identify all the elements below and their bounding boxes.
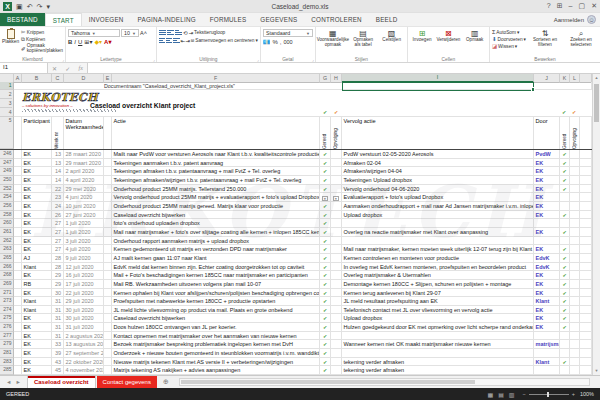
cell-week[interactable]: 31 — [52, 323, 64, 332]
row-number[interactable]: 283 — [0, 358, 14, 367]
cell-participant[interactable]: Klant — [22, 263, 52, 272]
cell-opvolging-check[interactable] — [331, 314, 342, 323]
cell-a[interactable] — [14, 340, 22, 349]
decimal-buttons[interactable]: 000 — [283, 39, 292, 45]
cell-participant[interactable]: EK — [22, 202, 52, 211]
tab-beeld[interactable]: BEELD — [369, 13, 405, 26]
cell-a[interactable] — [14, 306, 22, 315]
normal-view-icon[interactable]: ▦ — [487, 391, 493, 398]
cell-opvolging-check[interactable] — [331, 185, 342, 194]
cell-datum[interactable]: 3 juli 2020 — [64, 237, 104, 246]
touch-mode-icon[interactable]: ▾ — [46, 2, 50, 11]
cell-a[interactable] — [14, 159, 22, 168]
delete-cells-button[interactable]: ⊠ Verwijderen — [436, 28, 460, 54]
row-number[interactable]: 249 — [0, 167, 14, 176]
dropdown-icon[interactable]: ▾ — [333, 196, 339, 202]
cell-gereed-check[interactable]: ✔ — [320, 358, 331, 367]
cell-gereed2-check[interactable] — [560, 219, 570, 228]
cell-datum[interactable]: 30 juli 2020 — [64, 306, 104, 315]
cell-a[interactable] — [14, 202, 22, 211]
format-painter-button[interactable]: ✐Opmaak kopiëren/plakken — [21, 44, 65, 54]
cell-participant[interactable]: EK — [22, 219, 52, 228]
cell-gereed-check[interactable]: ✔ — [320, 314, 331, 323]
cell-vervolg-actie[interactable]: tekening verder afmaken — [342, 358, 534, 367]
cell-gereed2-check[interactable]: ✔ — [560, 150, 570, 159]
orientation-icon[interactable]: ⟲ — [183, 30, 188, 36]
cell-vervolg-actie[interactable]: tekening verder afmaken — [342, 366, 534, 375]
cell-datum[interactable]: 2 augustus 2020 — [64, 332, 104, 341]
cell-door[interactable]: Klant — [534, 297, 560, 306]
cell-datum[interactable]: 28 maart 2020 — [64, 150, 104, 159]
cell-actie[interactable]: Mail + Foto's beschadigingen kernen 185C… — [112, 271, 320, 280]
cell-a[interactable] — [14, 237, 22, 246]
cell-opvolging2-check[interactable] — [570, 228, 580, 237]
cell-a[interactable] — [14, 349, 22, 358]
autosum-button[interactable]: ΣAutoSom▾ — [492, 29, 526, 35]
cell-e[interactable] — [104, 271, 112, 280]
cell-week[interactable]: 23 — [52, 193, 64, 202]
cell-actie[interactable]: Onderhoud rapport aanmaken matrijs + upl… — [112, 237, 320, 246]
horizontal-scroll-thumb[interactable] — [181, 380, 476, 384]
align-right-icon[interactable] — [173, 37, 179, 44]
cancel-entry-icon[interactable]: ✕ — [52, 65, 57, 72]
cell-e[interactable] — [104, 228, 112, 237]
cell-opvolging-check[interactable] — [331, 323, 342, 332]
undo-icon[interactable]: ↶ — [27, 2, 33, 11]
cell-week[interactable]: 26 — [52, 211, 64, 220]
cell-week[interactable]: 31 — [52, 306, 64, 315]
signin-link[interactable]: Aanmelden — [554, 17, 584, 23]
cell-door[interactable]: EK — [534, 245, 560, 254]
cell-datum[interactable]: 22 oktober 2020 — [64, 358, 104, 367]
excel-app-icon[interactable]: X — [3, 2, 12, 11]
cell-opvolging2-check[interactable] — [570, 271, 580, 280]
cell-door[interactable] — [534, 366, 560, 375]
cell-e[interactable] — [104, 289, 112, 298]
cell-e[interactable] — [104, 176, 112, 185]
cell-e[interactable] — [104, 306, 112, 315]
cell-gereed2-check[interactable] — [560, 202, 570, 211]
cell-datum[interactable]: 4 juli 2020 — [64, 245, 104, 254]
cell-opvolging2-check[interactable] — [570, 185, 580, 194]
cell-gereed2-check[interactable] — [560, 237, 570, 246]
format-cells-button[interactable]: ▥ Opmaak — [463, 28, 487, 54]
cell-vervolg-actie[interactable]: PvdW verstuurt 02-05-2020 Aerosols — [342, 150, 534, 159]
cell-door[interactable] — [534, 219, 560, 228]
close-button[interactable]: ✕ — [591, 2, 597, 10]
cell-vervolg-actie[interactable]: Upload dropbox — [342, 314, 534, 323]
merge-center-button[interactable]: ⧈Samenvoegen en centreren▾ — [191, 37, 258, 44]
cell-e[interactable] — [104, 358, 112, 367]
cell-e[interactable] — [104, 150, 112, 159]
cell-actie[interactable]: Nieuwe matrijs tekenen Klant met AS vers… — [112, 358, 320, 367]
cell-gereed-check[interactable]: ✔ — [320, 167, 331, 176]
row-number[interactable]: 277 — [0, 332, 14, 341]
cell-opvolging-check[interactable] — [331, 159, 342, 168]
cell-opvolging-check[interactable] — [331, 245, 342, 254]
cell-datum[interactable]: 4 april 2020 — [64, 176, 104, 185]
row-number[interactable]: 256 — [0, 202, 14, 211]
cell-week[interactable]: 43 — [52, 358, 64, 367]
row-number[interactable]: 275 — [0, 314, 14, 323]
cell-participant[interactable]: EK — [22, 176, 52, 185]
cell-opvolging2-check[interactable] — [570, 254, 580, 263]
cell-vervolg-actie[interactable]: Afmaken/wijzigen 04-04 — [342, 167, 534, 176]
cell-participant[interactable]: EK — [22, 159, 52, 168]
cell-participant[interactable]: EK — [22, 358, 52, 367]
cell-gereed-check[interactable]: ✔ — [320, 271, 331, 280]
cell-actie[interactable]: Kernen ophalen bij Klant voor afslijpen/… — [112, 289, 320, 298]
cell-gereed2-check[interactable] — [560, 349, 570, 358]
cell-door[interactable]: EK — [534, 289, 560, 298]
cell-vervolg-actie[interactable]: Wanneer kernen niet OK maakt matrijsmake… — [342, 340, 534, 349]
cell-opvolging-check[interactable] — [331, 237, 342, 246]
cell-opvolging2-check[interactable] — [570, 314, 580, 323]
cell-actie[interactable]: Matrijs tekening AS nakijken + advies aa… — [112, 366, 320, 375]
cell-participant[interactable]: RB — [22, 280, 52, 289]
cell-participant[interactable]: EK — [22, 349, 52, 358]
cell-opvolging2-check[interactable] — [570, 193, 580, 202]
row-number[interactable]: 250 — [0, 176, 14, 185]
cell-e[interactable] — [104, 219, 112, 228]
ribbon-options-button[interactable]: ⊞ — [557, 2, 563, 10]
zoom-out-icon[interactable]: − — [522, 391, 525, 397]
cell-e[interactable] — [104, 280, 112, 289]
cell-datum[interactable]: 27 september 2020 — [64, 349, 104, 358]
row-number[interactable]: 285 — [0, 366, 14, 375]
